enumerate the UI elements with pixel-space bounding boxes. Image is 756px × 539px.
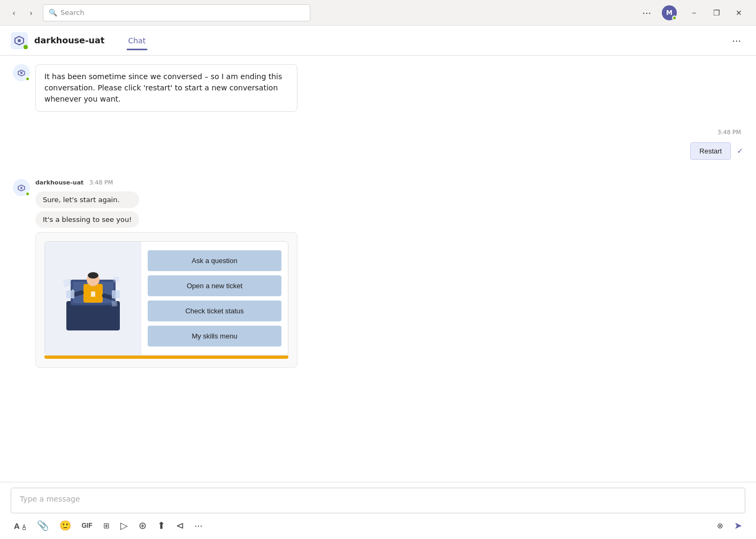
send-button[interactable]: ➤: [731, 518, 745, 534]
check-icon: ✓: [737, 147, 743, 155]
format-button[interactable]: A A: [11, 518, 29, 534]
bubble-1: Sure, let's start again.: [35, 191, 139, 208]
svg-point-1: [18, 39, 21, 42]
attach-button[interactable]: 📎: [34, 518, 52, 534]
card-buttons: Ask a question Open a new ticket Check t…: [141, 242, 288, 355]
toolbar-right: ⊗ ➤: [714, 518, 745, 534]
svg-point-2: [24, 45, 28, 49]
system-message-row: It has been sometime since we conversed …: [13, 64, 743, 112]
titlebar: ‹ › 🔍 Search ··· M − ❐ ✕: [0, 0, 756, 26]
appbar: darkhouse-uat Chat ···: [0, 26, 756, 56]
restart-area: Restart ✓: [13, 142, 743, 160]
more-toolbar-button[interactable]: ···: [192, 518, 206, 534]
window-controls: − ❐ ✕: [683, 5, 750, 20]
svg-point-4: [20, 187, 22, 189]
bot-avatar: [13, 64, 30, 81]
appbar-more-button[interactable]: ···: [728, 32, 745, 49]
appbar-right: ···: [728, 32, 745, 49]
illustration-svg: [56, 264, 131, 333]
card-footer-bar: [44, 356, 288, 359]
options-card: Ask a question Open a new ticket Check t…: [35, 232, 297, 368]
search-bar[interactable]: 🔍 Search: [43, 4, 310, 21]
card-illustration: [45, 242, 141, 355]
titlebar-nav: ‹ ›: [6, 5, 39, 20]
svg-point-11: [88, 272, 98, 279]
sticker-button[interactable]: ⊞: [100, 519, 113, 532]
card-inner: Ask a question Open a new ticket Check t…: [44, 241, 288, 356]
bot-status-dot-2: [25, 191, 30, 196]
app-title: darkhouse-uat: [34, 35, 104, 45]
sender-info: darkhouse-uat 3:48 PM: [35, 179, 139, 186]
bot-avatar-2: [13, 179, 30, 196]
open-ticket-button[interactable]: Open a new ticket: [148, 275, 281, 296]
praise-button[interactable]: ⊛: [135, 518, 150, 534]
bot-status-dot: [25, 76, 30, 81]
emoji-button[interactable]: 🙂: [56, 518, 74, 534]
check-ticket-button[interactable]: Check ticket status: [148, 301, 281, 321]
system-message-bubble: It has been sometime since we conversed …: [35, 64, 297, 112]
tab-chat[interactable]: Chat: [119, 32, 154, 49]
svg-rect-5: [66, 301, 120, 330]
ask-question-button[interactable]: Ask a question: [148, 250, 281, 271]
message-input[interactable]: Type a message: [11, 488, 745, 513]
back-button[interactable]: ‹: [6, 5, 21, 20]
tab-nav: Chat: [119, 32, 154, 49]
bubble-2: It's a blessing to see you!: [35, 211, 139, 228]
app-icon: [11, 32, 28, 49]
maximize-button[interactable]: ❐: [706, 5, 727, 20]
search-placeholder: Search: [60, 9, 85, 17]
search-icon: 🔍: [49, 9, 57, 17]
input-area: Type a message A A 📎 🙂 GIF ⊞ ▷ ⊛ ⬆ ⊲ ···…: [0, 482, 756, 539]
avatar-status-dot: [672, 16, 677, 20]
restart-button[interactable]: Restart: [690, 142, 731, 160]
messages-area: It has been sometime since we conversed …: [0, 56, 756, 482]
upload-button[interactable]: ⬆: [154, 518, 169, 534]
meet-button[interactable]: ▷: [117, 518, 131, 534]
gif-button[interactable]: GIF: [79, 520, 96, 532]
close-button[interactable]: ✕: [728, 5, 750, 20]
toolbar-row: A A 📎 🙂 GIF ⊞ ▷ ⊛ ⬆ ⊲ ··· ⊗ ➤: [11, 518, 745, 534]
restart-timestamp: 3:48 PM: [13, 129, 743, 136]
forward-button[interactable]: ›: [24, 5, 39, 20]
svg-rect-9: [91, 291, 95, 297]
titlebar-more-button[interactable]: ···: [638, 4, 655, 21]
bot-reply-row: darkhouse-uat 3:48 PM Sure, let's start …: [13, 179, 743, 228]
avatar: M: [662, 5, 677, 20]
titlebar-right: ··· M − ❐ ✕: [638, 4, 750, 21]
share-button[interactable]: ⊲: [173, 518, 187, 534]
chat-container: It has been sometime since we conversed …: [0, 56, 756, 539]
skills-menu-button[interactable]: My skills menu: [148, 326, 281, 346]
chat-main: It has been sometime since we conversed …: [0, 56, 756, 539]
accessibility-button[interactable]: ⊗: [714, 518, 727, 534]
minimize-button[interactable]: −: [683, 5, 705, 20]
